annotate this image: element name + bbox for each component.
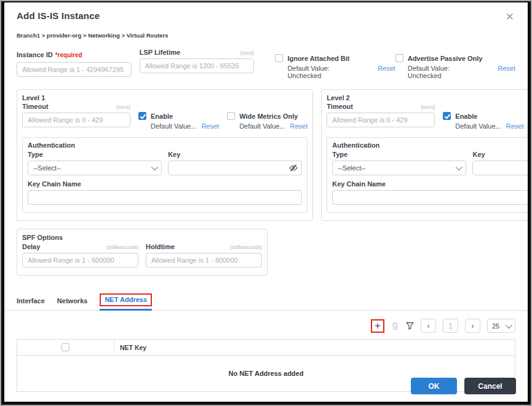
level2-auth-type-select[interactable]: --Select-- [332,161,466,175]
level1-auth-type-label: Type [28,151,43,158]
level2-enable-group: Enable Default Value... Reset [443,112,523,130]
lsp-lifetime-input[interactable] [140,58,255,73]
level1-timeout-label: Timeout [22,103,49,110]
ignore-attached-bit-default: Default Value: Unchecked [287,65,362,79]
spf-delay-input[interactable] [22,253,138,268]
dialog-title: Add IS-IS Instance [17,10,100,21]
level1-key-chain-name-label: Key Chain Name [28,180,81,188]
level2-title: Level 2 [327,94,531,102]
previous-page-button[interactable]: ‹ [421,319,436,333]
level1-wide-metrics-reset-link[interactable]: Reset [290,122,308,130]
page-number: 1 [443,319,458,333]
level1-wide-metrics-default: Default Value... [239,122,285,130]
lsp-lifetime-group: LSP Lifetime (secs) [140,49,255,79]
tab-networks[interactable]: Networks [57,295,88,310]
level1-timeout-group: Timeout (secs) [22,103,130,130]
table-header-row: NET Key [17,340,515,356]
level1-title: Level 1 [22,94,308,102]
tab-interface[interactable]: Interface [17,295,45,310]
level2-auth-type-value: --Select-- [338,164,365,172]
lsp-lifetime-label: LSP Lifetime [140,49,180,56]
red-annotation-box: NET Address [100,293,152,306]
tab-net-address[interactable]: NET Address [100,291,152,310]
top-fields-row: Instance ID*required LSP Lifetime (secs)… [4,39,528,79]
breadcrumb: Branch1 > provider-org > Networking > Vi… [4,23,528,39]
delete-icon[interactable] [391,322,399,330]
instance-id-input[interactable] [17,62,132,77]
level1-authentication-title: Authentication [28,141,302,149]
next-page-button[interactable]: › [465,319,480,333]
level1-authentication-section: Authentication Type --Select-- Key [22,137,308,213]
level1-wide-metrics-label: Wide Metrics Only [239,113,298,120]
level1-timeout-unit: (secs) [116,104,130,110]
instance-id-label: Instance ID [17,51,53,58]
level2-timeout-unit: (secs) [421,104,435,110]
tab-bar: Interface Networks NET Address [4,291,528,311]
level1-enable-reset-link[interactable]: Reset [201,122,219,130]
instance-id-group: Instance ID*required [17,49,132,79]
level2-key-chain-name-label: Key Chain Name [332,180,386,188]
level2-timeout-group: Timeout (secs) [327,103,435,130]
level2-timeout-input[interactable] [327,113,435,127]
spf-delay-unit: (milliseconds) [106,244,138,250]
add-net-address-button[interactable]: + [375,321,380,331]
level2-auth-key-input[interactable] [472,161,531,175]
page-size-select[interactable]: 25 [487,319,515,333]
spf-holdtime-input[interactable] [146,253,262,268]
net-key-column-header: NET Key [114,344,515,351]
level2-timeout-label: Timeout [327,103,353,110]
spf-delay-label: Delay [22,243,40,250]
tab-net-address-label: NET Address [105,296,147,303]
advertise-passive-only-label: Advertise Passive Only [408,55,483,62]
level1-auth-type-value: --Select-- [33,164,61,172]
required-indicator: *required [55,52,82,58]
level1-auth-type-select[interactable]: --Select-- [28,161,162,175]
eye-slash-icon[interactable] [289,164,298,172]
spf-delay-group: Delay (milliseconds) [22,243,138,268]
level2-authentication-section: Authentication Type --Select-- Key [327,137,531,213]
add-isis-instance-dialog: Add IS-IS Instance ✕ Branch1 > provider-… [1,1,531,405]
level1-key-chain-name-input[interactable] [28,190,302,205]
level1-auth-key-input[interactable] [168,161,302,175]
spf-options-section: SPF Options Delay (milliseconds) Holdtim… [17,229,268,276]
table-toolbar: + ‹ 1 › 25 [4,311,528,333]
ok-button[interactable]: OK [411,378,457,394]
window-frame: Add IS-IS Instance ✕ Branch1 > provider-… [0,0,532,406]
level2-authentication-title: Authentication [332,141,531,149]
chevron-down-icon [506,321,512,328]
ignore-attached-bit-reset-link[interactable]: Reset [378,65,395,79]
level1-enable-checkbox[interactable] [138,112,146,120]
level-sections-row: Level 1 Timeout (secs) Enable Default V [4,79,528,221]
spf-options-title: SPF Options [22,234,262,241]
advertise-passive-only-reset-link[interactable]: Reset [498,65,515,79]
ignore-attached-bit-group: Ignore Attached Bit Default Value: Unche… [275,49,395,79]
level1-wide-metrics-group: Wide Metrics Only Default Value... Reset [227,112,308,130]
close-icon[interactable]: ✕ [503,10,517,23]
dialog-footer: OK Cancel [4,378,528,394]
advertise-passive-only-checkbox[interactable] [395,54,403,62]
dialog-header: Add IS-IS Instance ✕ [4,2,528,23]
level2-enable-default: Default Value... [455,122,501,130]
filter-icon[interactable] [406,322,414,330]
advertise-passive-only-group: Advertise Passive Only Default Value: Un… [395,49,515,79]
cancel-button[interactable]: Cancel [464,378,516,394]
level1-section: Level 1 Timeout (secs) Enable Default V [17,89,313,221]
chevron-down-icon [151,164,158,170]
spf-holdtime-label: Holdtime [146,243,175,250]
level2-section: Level 2 Timeout (secs) Enable Default V [321,89,531,221]
ignore-attached-bit-checkbox[interactable] [275,54,283,62]
ignore-attached-bit-label: Ignore Attached Bit [287,55,349,62]
level1-enable-label: Enable [151,113,173,120]
level2-enable-label: Enable [455,113,477,120]
level2-auth-key-label: Key [472,151,485,158]
select-all-checkbox[interactable] [62,343,69,351]
lsp-lifetime-unit: (secs) [240,50,254,56]
spf-holdtime-group: Holdtime (milliseconds) [146,243,262,268]
advertise-passive-only-default: Default Value: Unchecked [408,65,482,79]
level2-key-chain-name-input[interactable] [332,190,531,205]
level2-enable-reset-link[interactable]: Reset [506,122,524,130]
level1-wide-metrics-checkbox[interactable] [227,112,235,120]
level2-enable-checkbox[interactable] [443,112,451,120]
level1-timeout-input[interactable] [22,113,130,127]
spf-holdtime-unit: (milliseconds) [230,244,262,250]
